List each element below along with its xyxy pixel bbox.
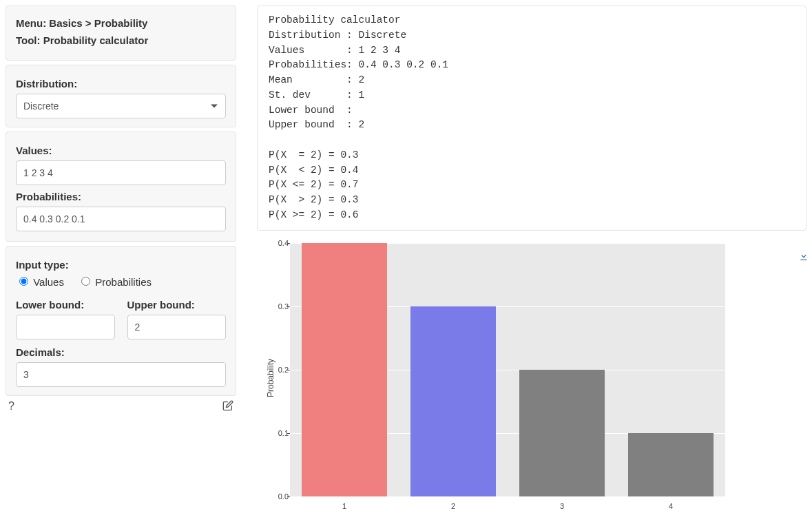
upper-bound-input[interactable] (127, 315, 227, 339)
values-label: Values: (16, 145, 226, 156)
distribution-panel: Distribution: Discrete (6, 65, 236, 127)
help-icon[interactable]: ? (8, 400, 14, 414)
chart-x-tick: 3 (560, 502, 564, 510)
distribution-label: Distribution: (16, 78, 226, 90)
chart-y-tick: 0.3 (273, 302, 289, 311)
sidebar-footer: ? (6, 400, 236, 414)
chart-x-tick: 1 (342, 502, 346, 510)
radio-values[interactable] (19, 277, 28, 286)
edit-icon[interactable] (222, 400, 233, 414)
lower-bound-input[interactable] (16, 315, 115, 339)
probabilities-label: Probabilities: (16, 191, 226, 202)
values-input[interactable] (16, 160, 226, 185)
header-panel: Menu: Basics > Probability Tool: Probabi… (6, 6, 236, 61)
chart-x-tick: 2 (451, 502, 455, 510)
main-content: Probability calculator Distribution : Di… (257, 6, 806, 513)
input-options-panel: Input type: Values Probabilities Lower b… (6, 246, 236, 396)
chart-y-axis-label: Probability (266, 358, 275, 397)
chart-bar (410, 306, 495, 496)
chart-bar (628, 433, 713, 496)
probability-chart: Probability 0.00.10.20.30.41234 (257, 243, 725, 513)
input-type-label: Input type: (16, 259, 226, 271)
radio-values-label[interactable]: Values (16, 276, 67, 288)
upper-bound-label: Upper bound: (127, 299, 227, 311)
sidebar: Menu: Basics > Probability Tool: Probabi… (6, 6, 236, 414)
distribution-select[interactable]: Discrete (16, 94, 226, 118)
chart-x-tick: 4 (669, 502, 673, 510)
lower-bound-label: Lower bound: (16, 299, 115, 311)
values-panel: Values: Probabilities: (6, 132, 236, 242)
radio-probabilities-label[interactable]: Probabilities (78, 276, 152, 288)
radio-probabilities[interactable] (81, 277, 90, 286)
tool-title: Tool: Probability calculator (16, 34, 226, 46)
chart-bar (519, 370, 604, 496)
chart-bar (302, 243, 386, 496)
chart-plot-area (290, 243, 725, 496)
chart-y-tick: 0.1 (273, 429, 289, 437)
chart-y-tick: 0.2 (273, 366, 289, 374)
chart-y-tick: 0.0 (273, 492, 289, 501)
chart-y-tick: 0.4 (273, 239, 289, 247)
menu-breadcrumb: Menu: Basics > Probability (16, 17, 226, 29)
decimals-input[interactable] (16, 362, 226, 387)
download-icon[interactable] (798, 251, 809, 264)
results-output: Probability calculator Distribution : Di… (257, 6, 806, 231)
decimals-label: Decimals: (16, 346, 226, 358)
probabilities-input[interactable] (16, 207, 226, 231)
